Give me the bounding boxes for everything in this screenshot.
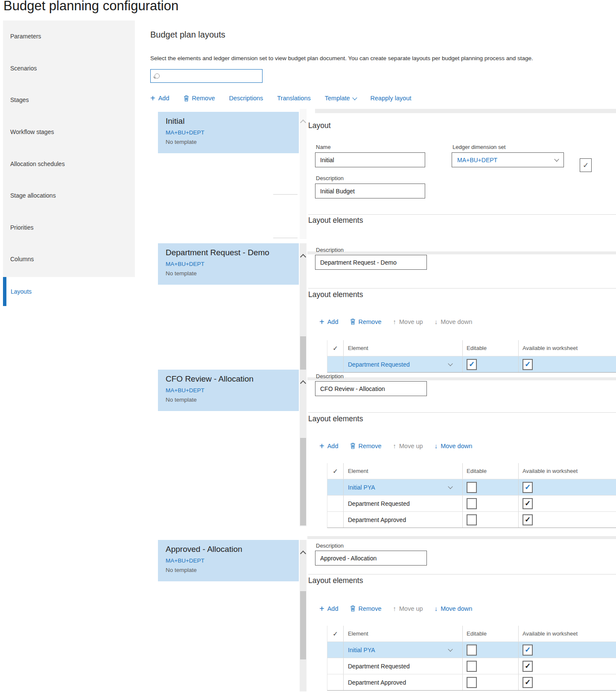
translations-button[interactable]: Translations	[277, 95, 310, 102]
element-cell[interactable]: Department Approved	[343, 674, 462, 690]
sidebar-item-parameters[interactable]: Parameters	[3, 20, 135, 52]
ledger-dimension-set-select[interactable]: MA+BU+DEPT	[452, 152, 564, 167]
sidebar-item-workflow-stages[interactable]: Workflow stages	[3, 116, 135, 148]
editable-checkbox[interactable]	[467, 482, 477, 493]
main-toolbar: +Add Remove Descriptions Translations Te…	[150, 95, 412, 102]
description-input[interactable]	[315, 551, 427, 566]
remove-element-button[interactable]: Remove	[350, 318, 382, 325]
section-scrollbar[interactable]	[300, 243, 307, 372]
row-select-cell[interactable]	[327, 479, 343, 495]
search-box[interactable]	[150, 69, 263, 83]
chevron-up-icon[interactable]	[300, 551, 306, 557]
descriptions-button[interactable]: Descriptions	[229, 95, 263, 102]
arrow-up-icon: ↑	[393, 605, 397, 612]
editable-checkbox[interactable]	[467, 514, 477, 525]
sidebar-item-scenarios[interactable]: Scenarios	[3, 52, 135, 85]
table-row[interactable]: Initial PYA	[327, 642, 616, 658]
available-checkbox[interactable]	[523, 645, 533, 656]
add-element-button[interactable]: +Add	[319, 605, 339, 612]
element-cell[interactable]: Department Requested	[343, 496, 462, 511]
chevron-up-icon[interactable]	[300, 254, 306, 260]
add-element-button[interactable]: +Add	[319, 443, 339, 449]
table-row[interactable]: Department Approved	[327, 674, 616, 690]
chevron-down-icon[interactable]	[448, 647, 453, 651]
available-checkbox[interactable]	[523, 498, 533, 509]
horizontal-scrollbar[interactable]	[315, 109, 616, 113]
element-cell[interactable]: Initial PYA	[343, 479, 462, 495]
available-checkbox[interactable]	[523, 514, 533, 525]
row-select-cell[interactable]	[327, 642, 343, 658]
sidebar-item-priorities[interactable]: Priorities	[3, 212, 135, 244]
chevron-up-icon[interactable]	[300, 380, 306, 386]
element-cell[interactable]: Department Requested	[343, 356, 462, 372]
template-menu-button[interactable]: Template	[325, 95, 356, 102]
row-select-cell[interactable]	[327, 356, 343, 372]
layout-card-cfo-review-allocation[interactable]: CFO Review - Allocation MA+BU+DEPT No te…	[158, 370, 299, 411]
chevron-down-icon[interactable]	[448, 484, 453, 489]
chevron-down-icon[interactable]	[448, 361, 453, 366]
layout-card-initial[interactable]: Initial MA+BU+DEPT No template	[158, 112, 299, 153]
section-scrollbar[interactable]	[300, 109, 307, 239]
column-header-editable: Editable	[462, 340, 518, 356]
editable-checkbox[interactable]	[467, 498, 477, 509]
description-input[interactable]	[315, 184, 425, 198]
description-input[interactable]	[315, 381, 427, 396]
layout-card-department-request-demo[interactable]: Department Request - Demo MA+BU+DEPT No …	[158, 243, 299, 285]
table-row[interactable]: Initial PYA	[327, 479, 616, 495]
editable-checkbox[interactable]	[467, 677, 477, 688]
row-select-cell[interactable]	[327, 658, 343, 674]
sidebar-item-allocation-schedules[interactable]: Allocation schedules	[3, 148, 135, 180]
row-select-cell[interactable]	[327, 496, 343, 511]
table-row[interactable]: Department Approved	[327, 511, 616, 528]
table-row[interactable]: Department Requested	[327, 658, 616, 674]
select-all-header[interactable]	[327, 340, 343, 356]
remove-element-button[interactable]: Remove	[350, 605, 382, 612]
page-title: Budget planning configuration	[3, 0, 178, 14]
remove-element-button[interactable]: Remove	[350, 443, 382, 449]
column-header-element: Element	[343, 340, 462, 356]
sidebar-item-stages[interactable]: Stages	[3, 84, 135, 116]
row-select-cell[interactable]	[327, 674, 343, 690]
add-button[interactable]: +Add	[150, 95, 169, 102]
select-all-header[interactable]	[327, 626, 343, 642]
element-value: Department Requested	[348, 361, 410, 368]
available-checkbox[interactable]	[523, 661, 533, 672]
sidebar-item-layouts[interactable]: Layouts	[3, 277, 139, 306]
editable-checkbox[interactable]	[467, 645, 477, 656]
available-checkbox[interactable]	[523, 482, 533, 493]
available-checkbox[interactable]	[523, 677, 533, 688]
scrollbar-thumb[interactable]	[300, 438, 306, 525]
editable-checkbox[interactable]	[467, 359, 477, 370]
element-cell[interactable]: Department Approved	[343, 512, 462, 528]
available-cell	[518, 356, 616, 372]
detail-checkbox[interactable]	[580, 158, 592, 172]
name-input[interactable]	[315, 152, 425, 167]
scrollbar-thumb[interactable]	[300, 336, 306, 370]
row-select-cell[interactable]	[327, 512, 343, 528]
search-input[interactable]	[163, 73, 262, 80]
layout-card-approved-allocation[interactable]: Approved - Allocation MA+BU+DEPT No temp…	[158, 540, 299, 581]
layout-elements-table: Element Editable Available in worksheet …	[327, 463, 616, 528]
remove-button[interactable]: Remove	[184, 95, 215, 102]
editable-checkbox[interactable]	[467, 661, 477, 672]
move-down-button[interactable]: ↓Move down	[435, 442, 473, 449]
section-scrollbar[interactable]	[300, 370, 307, 526]
column-header-element: Element	[343, 626, 462, 642]
sidebar-item-columns[interactable]: Columns	[3, 243, 135, 275]
element-cell[interactable]: Department Requested	[343, 658, 462, 674]
description-input[interactable]	[315, 255, 427, 270]
chevron-up-icon[interactable]	[300, 120, 306, 125]
available-checkbox[interactable]	[523, 359, 533, 370]
card-dimension-set: MA+BU+DEPT	[166, 129, 299, 136]
scrollbar-thumb[interactable]	[300, 591, 306, 659]
table-row[interactable]: Department Requested	[327, 495, 616, 511]
add-element-button[interactable]: +Add	[319, 318, 339, 325]
section-separator	[307, 536, 616, 539]
move-down-button[interactable]: ↓Move down	[435, 605, 473, 612]
reapply-layout-button[interactable]: Reapply layout	[371, 95, 412, 102]
section-scrollbar[interactable]	[300, 540, 307, 691]
sidebar-item-stage-allocations[interactable]: Stage allocations	[3, 180, 135, 212]
element-cell[interactable]: Initial PYA	[343, 642, 462, 658]
table-row[interactable]: Department Requested	[327, 356, 616, 372]
select-all-header[interactable]	[327, 463, 343, 479]
